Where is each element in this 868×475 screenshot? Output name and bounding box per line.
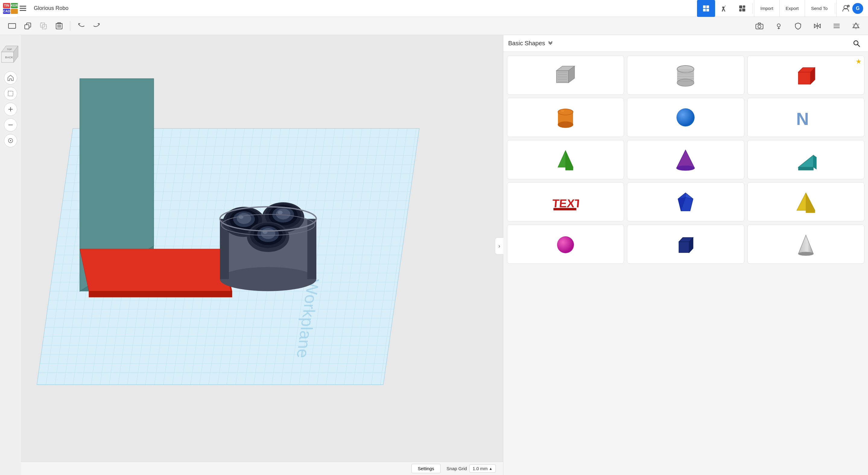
- svg-rect-4: [706, 5, 709, 8]
- shape-cube-red-icon: [794, 63, 818, 87]
- shape-sphere-blue[interactable]: [627, 98, 744, 137]
- shape-text-shape-icon: TEXT: [552, 190, 579, 214]
- toolbar-separator-1: [70, 21, 70, 31]
- shape-cone-purple-icon: [674, 148, 698, 172]
- snap-grid-arrow-icon: ▲: [489, 467, 493, 471]
- shape-sphere-pink[interactable]: [507, 225, 624, 264]
- delete-button[interactable]: [52, 19, 66, 33]
- tinkercad-logo[interactable]: TIN KER CAD: [0, 0, 17, 17]
- svg-rect-1: [20, 8, 26, 9]
- svg-marker-205: [798, 235, 813, 254]
- svg-marker-191: [798, 155, 813, 167]
- settings-button[interactable]: Settings: [411, 464, 440, 473]
- svg-rect-203: [679, 242, 689, 253]
- svg-line-159: [858, 44, 860, 47]
- shape-gem-blue-icon: [674, 190, 698, 214]
- view-cube[interactable]: BACK TOP: [0, 40, 23, 64]
- shape-text-shape[interactable]: TEXT: [507, 182, 624, 221]
- dropdown-arrow-icon: [548, 40, 553, 47]
- snap-grid-value[interactable]: 1.0 mm ▲: [469, 465, 496, 473]
- paste-button[interactable]: [36, 19, 51, 33]
- snap-grid-label: Snap Grid: [447, 466, 467, 471]
- svg-rect-161: [556, 70, 568, 83]
- zoom-out-button[interactable]: [4, 118, 17, 131]
- mirror-btn[interactable]: [810, 19, 825, 33]
- canvas-area[interactable]: Workplane: [21, 35, 503, 475]
- shape-cone-gray-icon: [794, 232, 818, 256]
- copy-button[interactable]: [21, 19, 35, 33]
- undo-button[interactable]: [74, 19, 88, 33]
- svg-rect-127: [307, 219, 316, 279]
- svg-rect-178: [798, 72, 810, 84]
- grid-view-button[interactable]: [697, 0, 715, 17]
- snap-grid-info: Snap Grid 1.0 mm ▲: [447, 465, 496, 473]
- svg-rect-6: [706, 9, 709, 11]
- svg-point-132: [237, 213, 251, 224]
- shape-cylinder-orange[interactable]: [507, 98, 624, 137]
- shape-cube-navy-icon: [674, 232, 698, 256]
- blocks-button[interactable]: [733, 0, 751, 17]
- app-menu-button[interactable]: [17, 0, 29, 17]
- status-bar: Settings Snap Grid 1.0 mm ▲: [21, 462, 503, 475]
- shapes-dropdown[interactable]: Basic Shapes: [508, 40, 553, 47]
- svg-point-27: [758, 25, 761, 28]
- fit-all-button[interactable]: [4, 134, 17, 147]
- avatar[interactable]: G: [852, 3, 863, 14]
- export-button[interactable]: Export: [779, 0, 805, 17]
- shape-pyramid-yellow[interactable]: [747, 182, 864, 221]
- svg-marker-120: [80, 249, 232, 291]
- shape-sphere-blue-icon: [674, 105, 698, 129]
- svg-text:TEXT: TEXT: [552, 197, 579, 210]
- camera-btn[interactable]: [752, 19, 767, 33]
- select-box-button[interactable]: [4, 87, 17, 100]
- home-view-button[interactable]: [4, 71, 17, 85]
- svg-rect-0: [20, 6, 26, 7]
- shape-n-icon: N: [794, 105, 818, 129]
- svg-marker-200: [806, 193, 815, 213]
- shape-gem-blue[interactable]: [627, 182, 744, 221]
- shape-cube-red[interactable]: ★: [747, 56, 864, 95]
- shape-cube-navy[interactable]: [627, 225, 744, 264]
- align-btn[interactable]: [829, 19, 844, 33]
- shape-box-hatch-icon: [553, 63, 578, 87]
- send-to-button[interactable]: Send To: [805, 0, 834, 17]
- svg-text:BACK: BACK: [5, 56, 13, 59]
- right-panel: › Basic Shapes: [503, 17, 868, 475]
- shape-cone-purple[interactable]: [627, 140, 744, 179]
- zoom-in-button[interactable]: [4, 102, 17, 116]
- view-cube-svg: BACK TOP: [0, 40, 23, 64]
- panel-collapse-button[interactable]: ›: [495, 237, 503, 255]
- header: TIN KER CAD Glorious Robo Import Export …: [0, 0, 868, 17]
- svg-point-201: [557, 236, 574, 253]
- shape-box-hatch[interactable]: [507, 56, 624, 95]
- svg-rect-14: [8, 24, 16, 28]
- snap-grid-value-text: 1.0 mm: [473, 466, 488, 471]
- shape-cone-gray[interactable]: [747, 225, 864, 264]
- workplane-tool-button[interactable]: [5, 19, 19, 33]
- redo-button[interactable]: [90, 19, 104, 33]
- user-area[interactable]: + G: [836, 0, 868, 17]
- shape-cylinder-orange-icon: [553, 105, 578, 129]
- shape-cylinder-hatch[interactable]: [627, 56, 744, 95]
- build-button[interactable]: [715, 0, 733, 17]
- project-name[interactable]: Glorious Robo: [29, 5, 697, 11]
- svg-rect-17: [25, 25, 29, 29]
- search-shapes-button[interactable]: [850, 37, 863, 50]
- shape-pyramid-green[interactable]: [507, 140, 624, 179]
- svg-point-184: [561, 110, 564, 112]
- svg-marker-31: [814, 24, 817, 28]
- shape-pyramid-green-icon: [553, 148, 578, 172]
- svg-marker-32: [818, 24, 820, 28]
- svg-marker-192: [798, 167, 813, 170]
- light-btn[interactable]: [772, 19, 786, 33]
- shield-btn[interactable]: [791, 19, 805, 33]
- svg-text:+: +: [848, 5, 849, 7]
- svg-rect-10: [742, 8, 745, 11]
- svg-point-206: [798, 252, 813, 256]
- import-button[interactable]: Import: [754, 0, 779, 17]
- shape-text-3d[interactable]: N: [747, 98, 864, 137]
- shapes-grid: ★: [503, 52, 868, 475]
- flip-btn[interactable]: [849, 19, 863, 33]
- logo-cad: CAD: [3, 9, 10, 14]
- shape-wedge-teal[interactable]: [747, 140, 864, 179]
